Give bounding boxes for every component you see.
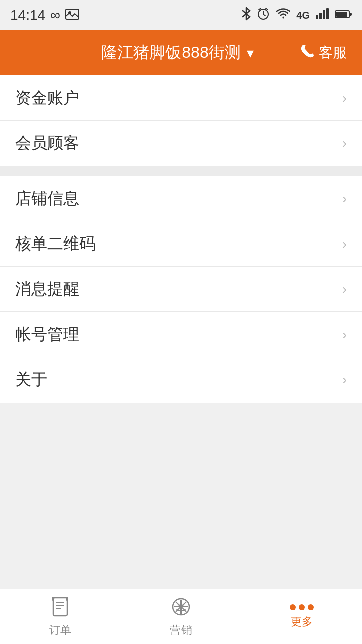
customer-service-label: 客服 xyxy=(319,43,347,62)
menu-item-message-remind[interactable]: 消息提醒 › xyxy=(0,267,362,312)
svg-rect-3 xyxy=(316,15,318,19)
signal-bars-icon xyxy=(316,8,329,22)
menu-item-fund-account[interactable]: 资金账户 › xyxy=(0,75,362,121)
nav-item-more[interactable]: 更多 xyxy=(241,604,362,629)
store-name-container[interactable]: 隆江猪脚饭888街测 ▾ xyxy=(101,42,253,64)
dropdown-arrow-icon: ▾ xyxy=(247,45,254,61)
infinity-icon: ∞ xyxy=(50,7,60,23)
member-customer-label: 会员顾客 xyxy=(15,132,79,154)
chevron-right-icon: › xyxy=(342,191,347,207)
chevron-right-icon: › xyxy=(342,236,347,252)
customer-service-button[interactable]: 客服 xyxy=(300,43,347,62)
status-bar: 14:14 ∞ xyxy=(0,0,362,30)
chevron-right-icon: › xyxy=(342,281,347,297)
chevron-right-icon: › xyxy=(342,90,347,106)
alarm-icon xyxy=(257,7,270,23)
store-info-label: 店铺信息 xyxy=(15,188,79,210)
svg-rect-9 xyxy=(53,598,67,616)
status-time: 14:14 ∞ xyxy=(10,7,79,23)
menu-item-store-info[interactable]: 店铺信息 › xyxy=(0,176,362,221)
store-name: 隆江猪脚饭888街测 xyxy=(101,42,240,64)
svg-rect-8 xyxy=(336,12,347,17)
menu-item-account-manage[interactable]: 帐号管理 › xyxy=(0,312,362,357)
nav-item-orders[interactable]: 订单 xyxy=(0,596,121,638)
status-icons: 4G xyxy=(242,7,352,24)
section-gap xyxy=(0,166,362,176)
menu-item-qr-verify[interactable]: 核单二维码 › xyxy=(0,221,362,267)
app-header: 隆江猪脚饭888街测 ▾ 客服 xyxy=(0,30,362,75)
clock-display: 14:14 xyxy=(10,7,45,23)
svg-rect-4 xyxy=(319,13,322,19)
orders-label: 订单 xyxy=(49,623,71,638)
chevron-right-icon: › xyxy=(342,372,347,388)
bluetooth-icon xyxy=(242,7,251,24)
wifi-icon xyxy=(276,8,290,22)
fund-account-label: 资金账户 xyxy=(15,87,79,109)
account-manage-label: 帐号管理 xyxy=(15,324,79,346)
svg-rect-6 xyxy=(326,8,329,19)
content-area xyxy=(0,403,362,614)
menu-group-1: 资金账户 › 会员顾客 › xyxy=(0,75,362,166)
about-label: 关于 xyxy=(15,369,47,391)
chevron-right-icon: › xyxy=(342,327,347,343)
svg-rect-13 xyxy=(52,597,54,601)
signal-icon: 4G xyxy=(296,10,310,21)
menu-group-2: 店铺信息 › 核单二维码 › 消息提醒 › 帐号管理 › 关于 › xyxy=(0,176,362,403)
svg-rect-14 xyxy=(66,597,68,601)
phone-icon xyxy=(300,44,315,62)
message-remind-label: 消息提醒 xyxy=(15,278,79,300)
nav-item-marketing[interactable]: 营销 xyxy=(121,596,241,638)
menu-item-member-customer[interactable]: 会员顾客 › xyxy=(0,121,362,166)
marketing-label: 营销 xyxy=(170,623,192,638)
more-label: 更多 xyxy=(291,614,313,629)
svg-rect-5 xyxy=(323,10,325,19)
marketing-icon xyxy=(170,596,192,620)
orders-icon xyxy=(49,596,71,620)
qr-verify-label: 核单二维码 xyxy=(15,233,96,255)
chevron-right-icon: › xyxy=(342,135,347,151)
more-dots-icon xyxy=(290,604,314,610)
battery-icon xyxy=(335,9,352,22)
menu-item-about[interactable]: 关于 › xyxy=(0,357,362,403)
image-icon xyxy=(65,7,79,23)
bottom-nav: 订单 营销 更多 xyxy=(0,589,362,644)
